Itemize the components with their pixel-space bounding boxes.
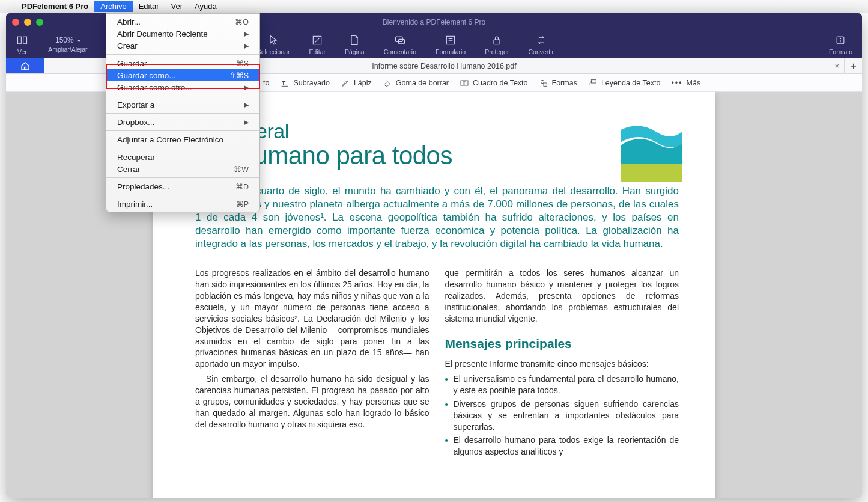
menu-item-exportar-a[interactable]: Exportar a▶ (106, 99, 259, 111)
toolbar-formulario[interactable]: Formulario (426, 34, 475, 55)
svg-text:T: T (282, 79, 286, 85)
callout-icon (588, 78, 598, 88)
menu-separator (106, 130, 259, 131)
submenu-arrow-icon: ▶ (244, 84, 249, 91)
home-tab[interactable] (6, 58, 44, 73)
toolbar-ver[interactable]: Ver (6, 34, 38, 55)
menu-shortcut: ⌘P (236, 200, 249, 209)
bullet-1: El universalismo es fundamental para el … (445, 373, 679, 396)
menu-item-propiedades[interactable]: Propiedades...⌘D (106, 180, 259, 192)
menu-shortcut: ⌘W (234, 165, 249, 174)
menu-item-guardar[interactable]: Guardar⌘S (106, 57, 259, 69)
menu-item-label: Crear (117, 41, 138, 51)
menu-item-adjuntar-a-correo-electr-nico[interactable]: Adjuntar a Correo Electrónico (106, 133, 259, 145)
zoom-value: 150% (55, 36, 74, 44)
toolbar-editar-label: Editar (309, 48, 326, 55)
tool-lapiz[interactable]: Lápiz (341, 78, 372, 88)
archivo-dropdown: Abrir...⌘OAbrir Dcumento Reciente▶Crear▶… (106, 13, 260, 212)
toolbar-proteger[interactable]: Proteger (475, 34, 518, 55)
close-window-icon[interactable] (12, 19, 19, 26)
svg-rect-1 (23, 37, 27, 44)
menu-item-label: Exportar a (117, 100, 154, 109)
col2-p1: que permitirán a todos los seres humanos… (445, 268, 679, 324)
menu-item-abrir-dcumento-reciente[interactable]: Abrir Dcumento Reciente▶ (106, 28, 259, 40)
menu-separator (106, 148, 259, 148)
toolbar-convertir[interactable]: Convertir (518, 34, 563, 55)
submenu-arrow-icon: ▶ (244, 30, 249, 38)
tool-goma[interactable]: Goma de borrar (383, 78, 449, 88)
app-name[interactable]: PDFelement 6 Pro (16, 2, 94, 11)
tool-leyenda[interactable]: Leyenda de Texto (588, 78, 660, 88)
menu-item-label: Adjuntar a Correo Electrónico (117, 135, 223, 144)
tool-formas[interactable]: Formas (539, 78, 577, 88)
toolbar-formulario-label: Formulario (436, 48, 466, 55)
menu-item-label: Imprimir... (117, 200, 153, 209)
menu-item-dropbox[interactable]: Dropbox...▶ (106, 116, 259, 128)
minimize-window-icon[interactable] (24, 19, 31, 26)
intro-paragraph: En el último cuarto de siglo, el mundo h… (195, 185, 679, 251)
svg-rect-20 (621, 164, 682, 182)
menu-shortcut: ⌘D (235, 182, 249, 191)
menu-ver[interactable]: Ver (165, 1, 189, 12)
svg-rect-0 (18, 37, 22, 44)
toolbar-pagina[interactable]: Página (335, 34, 374, 55)
column-right: que permitirán a todos los seres humanos… (445, 268, 679, 460)
svg-text:T: T (463, 80, 466, 85)
maximize-window-icon[interactable] (36, 19, 43, 26)
menu-editar[interactable]: Editar (133, 1, 165, 12)
svg-rect-12 (25, 67, 26, 70)
document-tab-title: Informe sobre Desarrollo Humano 2016.pdf (372, 62, 516, 70)
menu-item-guardar-como[interactable]: Guardar como...⇧⌘S (106, 69, 259, 81)
bullet-3: El desarrollo humano para todos exige la… (445, 435, 679, 458)
home-icon (20, 61, 31, 72)
comment-icon (393, 34, 407, 47)
toolbar-convertir-label: Convertir (528, 48, 554, 55)
menu-item-label: Dropbox... (117, 118, 154, 127)
info-icon (834, 34, 847, 47)
menu-item-label: Guardar como... (117, 71, 176, 80)
svg-rect-5 (446, 36, 454, 44)
chevron-down-icon: ▾ (77, 37, 80, 44)
submenu-arrow-icon: ▶ (244, 118, 249, 126)
more-icon: ••• (671, 79, 682, 87)
lock-icon (490, 34, 503, 47)
menu-item-label: Abrir... (117, 17, 141, 26)
page-icon (348, 34, 361, 47)
textbox-icon: T (460, 78, 469, 88)
menu-item-guardar-como-otro[interactable]: Guardar como otro...▶ (106, 81, 259, 93)
menu-archivo[interactable]: Archivo (94, 1, 132, 12)
menu-item-imprimir[interactable]: Imprimir...⌘P (106, 198, 259, 210)
svg-point-11 (840, 38, 841, 38)
toolbar-editar[interactable]: Editar (300, 34, 335, 55)
submenu-arrow-icon: ▶ (244, 42, 249, 50)
toolbar-zoom[interactable]: 150%▾ Ampliar/Alejar (38, 36, 97, 53)
page-title: na general ollo humano para todos (195, 121, 679, 169)
tool-subrayado[interactable]: TSubrayado (280, 78, 329, 88)
bullet-2: Diversos grupos de personas siguen sufri… (445, 399, 679, 433)
menu-item-label: Cerrar (117, 165, 140, 174)
menu-item-abrir[interactable]: Abrir...⌘O (106, 16, 259, 28)
toolbar-ver-label: Ver (17, 48, 27, 55)
tool-mas[interactable]: •••Más (671, 79, 700, 87)
menu-separator (106, 195, 259, 195)
svg-rect-8 (494, 40, 500, 44)
toolbar-comentario[interactable]: Comentario (374, 34, 426, 55)
col1-p2: Sin embargo, el desarrollo humano ha sid… (195, 373, 429, 430)
eraser-icon (383, 78, 392, 88)
menu-item-cerrar[interactable]: Cerrar⌘W (106, 163, 259, 175)
menu-separator (106, 177, 259, 178)
menu-item-label: Guardar como otro... (117, 83, 192, 92)
menu-separator (106, 54, 259, 55)
toolbar-formato[interactable]: Formato (819, 34, 862, 55)
menu-ayuda[interactable]: Ayuda (189, 1, 223, 12)
menu-item-recuperar[interactable]: Recuperar (106, 151, 259, 163)
underline-icon: T (280, 78, 290, 88)
col1-p1: Los progresos realizados en el ámbito de… (195, 268, 429, 370)
tool-cuadro-texto[interactable]: TCuadro de Texto (460, 78, 528, 88)
menu-item-label: Guardar (117, 59, 147, 68)
add-tab-button[interactable]: ＋ (844, 58, 862, 73)
toolbar-zoom-label: Ampliar/Alejar (48, 46, 87, 53)
svg-rect-19 (591, 79, 596, 82)
menu-item-crear[interactable]: Crear▶ (106, 40, 259, 52)
close-tab-icon[interactable]: × (834, 61, 839, 70)
